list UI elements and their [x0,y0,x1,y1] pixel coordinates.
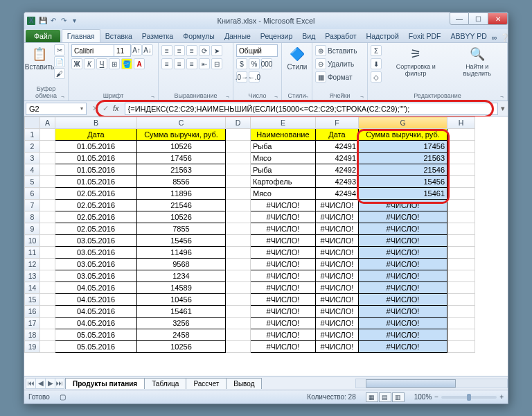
row-header[interactable]: 2 [25,141,40,153]
cell[interactable]: 04.05.2016 [55,318,137,329]
undo-icon[interactable]: ↶ [49,17,57,25]
cell[interactable]: #ЧИСЛО! [359,259,447,270]
cell[interactable]: 42491 [316,141,359,153]
cell[interactable]: #ЧИСЛО! [359,318,447,329]
cell[interactable]: 03.05.2016 [55,235,137,247]
row-header[interactable]: 1 [25,129,40,141]
cell[interactable]: #ЧИСЛО! [316,341,359,353]
cell[interactable]: #ЧИСЛО! [251,282,316,294]
file-tab[interactable]: Файл [26,30,60,42]
cell[interactable]: #ЧИСЛО! [251,211,316,223]
row-header[interactable]: 13 [25,270,40,282]
decrease-decimal-icon[interactable]: ←.0 [249,71,260,83]
tab-data[interactable]: Данные [220,30,256,42]
sheet-tab[interactable]: Продукты питания [65,378,145,389]
normal-view-icon[interactable]: ▦ [366,392,378,402]
cell[interactable]: 2458 [137,329,226,341]
cell[interactable]: 14589 [137,282,226,294]
col-header[interactable]: C [137,117,226,129]
formula-input[interactable] [125,103,498,115]
font-size-combo[interactable] [114,44,131,57]
font-name-combo[interactable] [71,44,114,57]
cell[interactable]: #ЧИСЛО! [251,318,316,329]
cancel-formula-icon[interactable]: ✕ [92,104,98,113]
delete-cells-icon[interactable]: ⊖ [315,58,326,69]
cell[interactable]: #ЧИСЛО! [359,282,447,294]
cell[interactable]: #ЧИСЛО! [359,341,447,353]
row-header[interactable]: 18 [25,329,40,341]
sort-filter-button[interactable]: ⚞ Сортировка и фильтр [384,44,447,78]
page-layout-view-icon[interactable]: ▤ [379,392,391,402]
cell[interactable]: Рыба [251,164,316,176]
col-header[interactable]: E [251,117,316,129]
cell[interactable]: #ЧИСЛО! [251,341,316,353]
fill-color-button[interactable]: 🪣 [121,58,132,69]
expand-formula-icon[interactable]: ▾ [498,104,508,113]
row-header[interactable]: 19 [25,341,40,353]
cell[interactable]: 1234 [137,270,226,282]
cell[interactable]: 11896 [137,188,226,200]
cell[interactable]: 42491 [316,153,359,164]
paste-button[interactable]: 📋 Вставить [27,44,52,72]
cell[interactable]: 03.05.2016 [55,270,137,282]
cell[interactable]: Картофель [251,176,316,188]
col-header[interactable]: F [316,117,359,129]
cell[interactable]: 01.05.2016 [55,153,137,164]
col-header[interactable]: D [226,117,251,129]
cell[interactable]: 15456 [137,235,226,247]
cell[interactable]: 01.05.2016 [55,141,137,153]
font-color-button[interactable]: A [134,58,145,69]
cell[interactable]: 10456 [137,294,226,306]
cell[interactable]: Наименование [251,129,316,141]
cell[interactable]: #ЧИСЛО! [251,200,316,211]
tab-addins[interactable]: Надстрой [362,30,404,42]
cell[interactable]: 02.05.2016 [55,200,137,211]
cell[interactable]: 3256 [137,318,226,329]
cell[interactable]: 02.05.2016 [55,223,137,235]
fill-icon[interactable]: ⬇ [371,58,382,69]
cell[interactable]: 01.05.2016 [55,164,137,176]
row-header[interactable]: 15 [25,294,40,306]
percent-icon[interactable]: % [249,58,260,69]
cell[interactable]: 04.05.2016 [55,294,137,306]
insert-cells-button[interactable]: Вставить [328,47,357,55]
close-button[interactable]: ✕ [488,12,508,25]
grow-font-icon[interactable]: A↑ [131,44,142,55]
cell[interactable]: #ЧИСЛО! [251,270,316,282]
last-sheet-icon[interactable]: ⏭ [55,378,64,389]
sheet-tab[interactable]: Вывод [226,378,262,389]
cell[interactable]: 17456 [359,141,447,153]
wrap-text-icon[interactable]: ➤ [211,45,222,56]
help-icon[interactable]: ❔ [500,33,508,42]
cell[interactable]: Мясо [251,153,316,164]
align-middle-icon[interactable]: ≡ [174,45,185,56]
cell[interactable]: #ЧИСЛО! [251,235,316,247]
sheet-tab[interactable]: Рассчет [186,378,227,389]
qat-dropdown-icon[interactable]: ▾ [70,17,78,25]
cell[interactable]: #ЧИСЛО! [316,235,359,247]
cell[interactable]: #ЧИСЛО! [359,200,447,211]
tab-home[interactable]: Главная [62,29,100,42]
cell[interactable]: 11496 [137,247,226,259]
col-header[interactable]: H [447,117,475,129]
save-icon[interactable]: 💾 [39,17,47,25]
cell[interactable]: 15461 [137,306,226,318]
first-sheet-icon[interactable]: ⏮ [26,378,35,389]
cell[interactable]: 8556 [137,176,226,188]
cell[interactable]: #ЧИСЛО! [359,223,447,235]
row-header[interactable]: 9 [25,223,40,235]
insert-cells-icon[interactable]: ⊕ [315,45,326,56]
merge-icon[interactable]: ⊟ [211,58,222,69]
format-painter-icon[interactable]: 🖌 [54,68,65,79]
increase-decimal-icon[interactable]: .0→ [236,71,247,83]
cell[interactable]: 02.05.2016 [55,211,137,223]
row-header[interactable]: 5 [25,176,40,188]
cell[interactable]: #ЧИСЛО! [316,329,359,341]
row-header[interactable]: 11 [25,247,40,259]
col-header[interactable]: A [40,117,55,129]
align-top-icon[interactable]: ≡ [161,45,172,56]
col-header[interactable]: B [55,117,137,129]
tab-review[interactable]: Рецензир [256,30,297,42]
find-select-button[interactable]: 🔍 Найти и выделить [450,44,504,78]
shrink-font-icon[interactable]: A↓ [142,44,153,55]
